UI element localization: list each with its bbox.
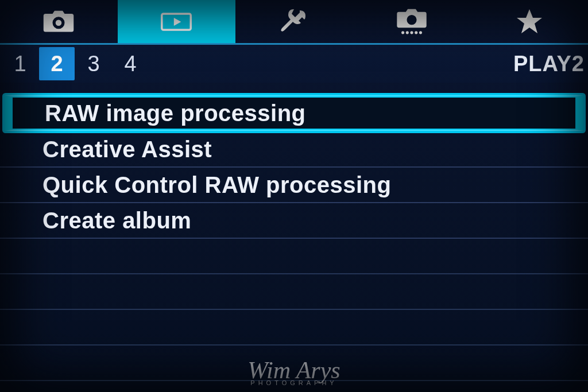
menu-item-quick-control-raw[interactable]: Quick Control RAW processing (0, 168, 588, 203)
category-tab-custom[interactable] (353, 0, 470, 43)
category-tab-row (0, 0, 588, 45)
menu-list: RAW image processing Creative Assist Qui… (0, 83, 588, 392)
custom-camera-icon (396, 8, 428, 36)
menu-item-label: Create album (42, 208, 191, 234)
menu-item-empty (0, 310, 588, 346)
category-tab-mymenu[interactable] (470, 0, 588, 43)
menu-item-empty (0, 346, 588, 381)
wrench-icon (278, 8, 310, 36)
menu-item-creative-assist[interactable]: Creative Assist (0, 132, 588, 168)
page-tab-1[interactable]: 1 (2, 47, 38, 80)
category-tab-playback[interactable] (118, 0, 235, 43)
category-tab-setup[interactable] (235, 0, 353, 43)
camera-menu-screen: 1 2 3 4 PLAY2 RAW image processing Creat… (0, 0, 588, 392)
svg-point-3 (410, 31, 413, 34)
star-icon (513, 8, 546, 36)
menu-item-empty (0, 239, 588, 274)
menu-item-label: Creative Assist (42, 137, 212, 162)
svg-point-5 (419, 31, 422, 34)
menu-item-label: RAW image processing (45, 100, 306, 126)
menu-item-empty (0, 274, 588, 310)
svg-point-2 (405, 31, 408, 34)
page-tabs: 1 2 3 4 (2, 45, 149, 83)
page-tab-2[interactable]: 2 (39, 47, 75, 80)
page-number-row: 1 2 3 4 PLAY2 (0, 45, 588, 83)
menu-item-raw-processing[interactable]: RAW image processing (5, 95, 583, 131)
svg-point-4 (415, 31, 417, 34)
page-tab-3[interactable]: 3 (76, 47, 111, 80)
page-section-label: PLAY2 (513, 52, 585, 76)
menu-item-create-album[interactable]: Create album (0, 203, 588, 239)
play-icon (160, 8, 192, 36)
camera-icon (42, 8, 75, 36)
category-tab-shooting[interactable] (0, 0, 118, 43)
svg-point-1 (401, 31, 404, 34)
page-tab-4[interactable]: 4 (113, 47, 148, 80)
menu-item-label: Quick Control RAW processing (42, 172, 391, 198)
